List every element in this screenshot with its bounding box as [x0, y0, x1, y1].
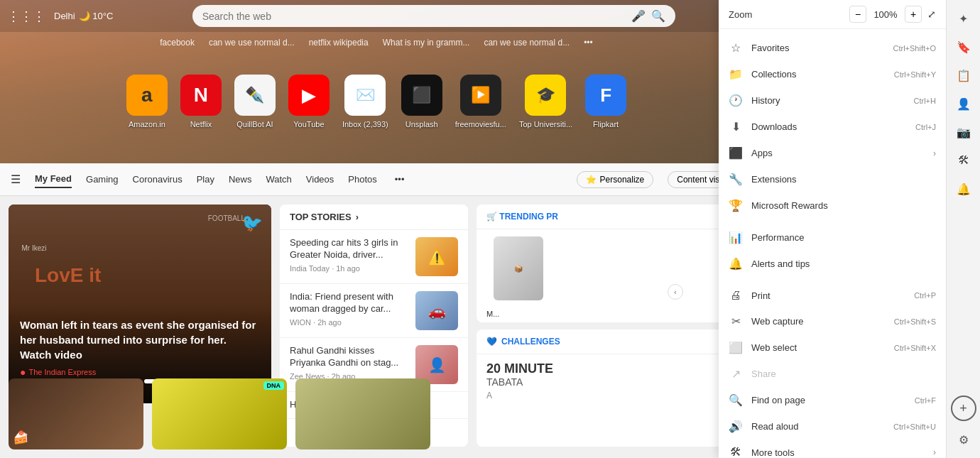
apps-arrow: ›: [933, 148, 936, 158]
featured-article[interactable]: LovE it Mr Ikezi FOOTBALL 🐦 Woman left i…: [9, 205, 271, 403]
collections-icon: 📁: [729, 67, 743, 81]
sidebar-collections-icon[interactable]: 📋: [951, 62, 976, 88]
featured-title: Woman left in tears as event she organis…: [20, 317, 260, 362]
sidebar-bell-icon[interactable]: 🔔: [951, 176, 976, 202]
hamburger-icon[interactable]: ☰: [11, 173, 21, 186]
gmail-icon: ✉️: [344, 75, 386, 116]
expand-icon[interactable]: ⤢: [927, 9, 936, 20]
quick-link-4[interactable]: can we use normal d...: [484, 38, 570, 48]
story-text-2: India: Friend present with woman dragged…: [290, 291, 408, 330]
sidebar-profile-icon[interactable]: 👤: [951, 91, 976, 116]
feed-tab-gaming[interactable]: Gaming: [86, 171, 119, 187]
menu-item-alerts[interactable]: 🔔 Alerts and tips: [719, 251, 946, 277]
menu-item-moretools[interactable]: 🛠 More tools ›: [719, 440, 946, 458]
menu-item-webcapture[interactable]: ✂ Web capture Ctrl+Shift+S: [719, 308, 946, 334]
story-item-1[interactable]: Speeding car hits 3 girls in Greater Noi…: [280, 230, 468, 284]
flipkart-icon: F: [585, 75, 626, 116]
menu-item-rewards[interactable]: 🏆 Microsoft Rewards: [719, 192, 946, 219]
microphone-icon[interactable]: 🎤: [631, 9, 646, 23]
menu-item-findonpage[interactable]: 🔍 Find on page Ctrl+F: [719, 387, 946, 413]
menu-item-collections[interactable]: 📁 Collections Ctrl+Shift+Y: [719, 61, 946, 87]
grid-icon[interactable]: ⋮⋮⋮: [7, 9, 45, 24]
bottom-card-3[interactable]: [295, 378, 430, 449]
sidebar-sparkle-icon[interactable]: ✦: [951, 6, 976, 31]
quick-link-1[interactable]: can we use normal d...: [209, 38, 295, 48]
shortcut-unsplash[interactable]: ⬛ Unsplash: [401, 75, 442, 129]
menu-item-readaloud[interactable]: 🔊 Read aloud Ctrl+Shift+U: [719, 413, 946, 440]
quillbot-label: QuillBot AI: [236, 120, 273, 129]
netflix-label: Netflix: [190, 120, 212, 129]
story-item-2[interactable]: India: Friend present with woman dragged…: [280, 284, 468, 338]
feed-tab-videos[interactable]: Videos: [306, 171, 334, 187]
shortcut-freemovies[interactable]: ▶️ freemoviesfu...: [455, 75, 506, 129]
gmail-label: Inbox (2,393): [342, 120, 388, 129]
quick-link-facebook[interactable]: facebook: [160, 38, 195, 48]
edge-sidebar: ✦ 🔖 📋 👤 📷 🛠 🔔 + ⚙: [946, 0, 980, 458]
feed-tab-watch[interactable]: Watch: [266, 171, 291, 187]
sidebar-gear-icon[interactable]: ⚙: [951, 427, 976, 452]
menu-item-history[interactable]: 🕐 History Ctrl+H: [719, 87, 946, 114]
menu-item-extensions[interactable]: 🔧 Extensions: [719, 166, 946, 192]
webcapture-icon: ✂: [729, 315, 743, 328]
collections-shortcut: Ctrl+Shift+Y: [894, 70, 936, 79]
sidebar-bookmark-icon[interactable]: 🔖: [951, 34, 976, 60]
menu-item-favorites[interactable]: ☆ Favorites Ctrl+Shift+O: [719, 35, 946, 61]
quick-links-bar: facebook can we use normal d... netflix …: [0, 32, 753, 53]
shortcut-flipkart[interactable]: F Flipkart: [585, 75, 626, 129]
feed-tab-play[interactable]: Play: [197, 171, 214, 187]
collections-label: Collections: [751, 69, 886, 80]
webselect-shortcut: Ctrl+Shift+X: [894, 344, 936, 352]
feed-tab-photos[interactable]: Photos: [348, 171, 376, 187]
menu-item-performance[interactable]: 📊 Performance: [719, 224, 946, 251]
shortcut-amazon[interactable]: a Amazon.in: [126, 75, 168, 129]
search-bar[interactable]: 🎤 🔍: [192, 5, 675, 27]
zoom-plus-button[interactable]: +: [905, 6, 922, 23]
amazon-label: Amazon.in: [129, 120, 165, 129]
favorites-label: Favorites: [751, 43, 884, 53]
print-shortcut: Ctrl+P: [914, 291, 936, 300]
netflix-icon: N: [180, 75, 222, 116]
topuniv-label: Top Universiti...: [519, 120, 572, 129]
location-text: Delhi: [54, 11, 75, 21]
zoom-minus-button[interactable]: −: [849, 6, 866, 23]
menu-item-print[interactable]: 🖨 Print Ctrl+P: [719, 283, 946, 308]
feed-tab-news[interactable]: News: [229, 171, 252, 187]
menu-item-apps[interactable]: ⬛ Apps ›: [719, 140, 946, 166]
quick-link-netflix[interactable]: netflix wikipedia: [309, 38, 369, 48]
feed-tab-coronavirus[interactable]: Coronavirus: [133, 171, 183, 187]
challenges-content: 20 MINUTE TABATA A: [477, 354, 744, 408]
search-icon[interactable]: 🔍: [651, 9, 665, 23]
zoom-value: 100%: [872, 9, 899, 20]
sidebar-tools-icon[interactable]: 🛠: [951, 148, 976, 173]
feed-tab-myfeed[interactable]: My Feed: [35, 170, 72, 188]
arrow-icon: ›: [356, 212, 359, 222]
amazon-icon: a: [126, 75, 168, 116]
challenges-title: 20 MINUTE: [486, 361, 734, 376]
shortcut-gmail[interactable]: ✉️ Inbox (2,393): [342, 75, 388, 129]
sidebar-screenshot-icon[interactable]: 📷: [951, 119, 976, 145]
apps-icon: ⬛: [729, 146, 743, 160]
bottom-card-1[interactable]: 🍰: [9, 378, 143, 449]
twitter-icon: 🐦: [241, 213, 263, 233]
extensions-icon: 🔧: [729, 173, 743, 186]
feed-nav-more[interactable]: •••: [395, 174, 405, 185]
shortcut-netflix[interactable]: N Netflix: [180, 75, 222, 129]
youtube-label: YouTube: [293, 120, 324, 129]
shortcut-youtube[interactable]: ▶ YouTube: [288, 75, 330, 129]
webselect-label: Web select: [751, 342, 886, 353]
menu-item-webselect[interactable]: ⬜ Web select Ctrl+Shift+X: [719, 334, 946, 361]
search-input[interactable]: [202, 11, 626, 22]
favorites-shortcut: Ctrl+Shift+O: [893, 44, 936, 53]
panel-collapse-button[interactable]: ‹: [668, 284, 683, 300]
quick-link-grammar[interactable]: What is my in gramm...: [383, 38, 470, 48]
bottom-card-2[interactable]: DNA: [152, 378, 287, 449]
rewards-icon: 🏆: [729, 199, 743, 212]
shortcut-topuniv[interactable]: 🎓 Top Universiti...: [519, 75, 572, 129]
findonpage-shortcut: Ctrl+F: [915, 396, 936, 405]
personalize-button[interactable]: ⭐ Personalize: [577, 171, 654, 188]
shortcut-quillbot[interactable]: ✒️ QuillBot AI: [234, 75, 276, 129]
menu-item-downloads[interactable]: ⬇ Downloads Ctrl+J: [719, 114, 946, 140]
sidebar-add-button[interactable]: +: [951, 396, 976, 421]
top-bar: ⋮⋮⋮ Delhi 🌙 10°C 🎤 🔍: [0, 0, 753, 32]
quick-links-more[interactable]: •••: [584, 38, 593, 48]
